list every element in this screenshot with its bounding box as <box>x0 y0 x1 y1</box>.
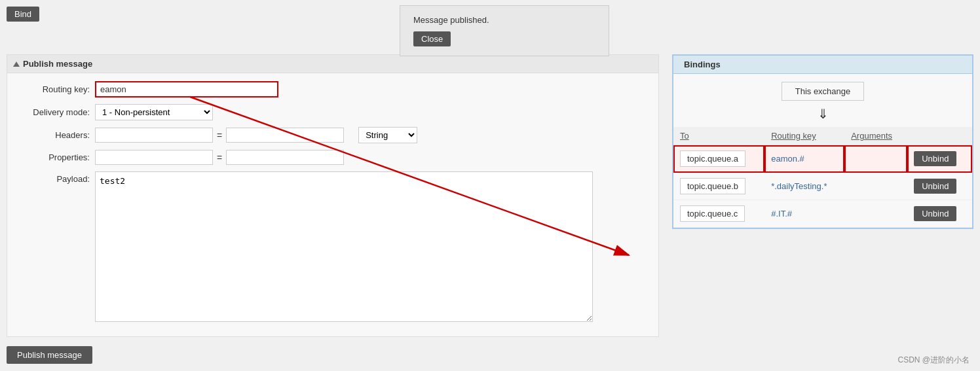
routing-key-input[interactable] <box>95 81 278 97</box>
arguments-1 <box>844 145 907 173</box>
bindings-table-header-row: To Routing key Arguments <box>673 127 972 145</box>
binding-to-2: topic.queue.b <box>673 173 764 200</box>
bindings-title: Bindings <box>684 60 721 69</box>
publish-panel: Publish message Routing key: Delivery mo… <box>7 54 659 337</box>
binding-row-3: topic.queue.c #.IT.# Unbind <box>673 200 972 228</box>
headers-value-input[interactable] <box>226 128 344 143</box>
publish-form: Routing key: Delivery mode: 1 - Non-pers… <box>7 73 658 336</box>
routing-key-1: eamon.# <box>764 145 844 173</box>
properties-label: Properties: <box>18 152 90 162</box>
bindings-table: To Routing key Arguments topic.queue.a e… <box>673 127 972 228</box>
queue-link-a[interactable]: topic.queue.a <box>680 150 745 167</box>
headers-type-select[interactable]: String Bytes Number Boolean <box>358 127 417 143</box>
headers-label: Headers: <box>18 130 90 140</box>
properties-value-input[interactable] <box>226 150 344 165</box>
headers-key-input[interactable] <box>95 128 213 143</box>
payload-row: Payload: test2 <box>18 171 648 322</box>
main-content: Publish message Routing key: Delivery mo… <box>7 54 973 337</box>
delivery-mode-row: Delivery mode: 1 - Non-persistent 2 - Pe… <box>18 104 648 120</box>
properties-inputs: = <box>95 150 344 165</box>
col-to: To <box>673 127 764 145</box>
bindings-header: Bindings <box>673 56 972 74</box>
routing-key-3: #.IT.# <box>764 200 844 228</box>
bind-button[interactable]: Bind <box>7 7 39 22</box>
arguments-3 <box>844 200 907 228</box>
routing-key-2: *.dailyTesting.* <box>764 173 844 200</box>
binding-row-2: topic.queue.b *.dailyTesting.* Unbind <box>673 173 972 200</box>
properties-key-input[interactable] <box>95 150 213 165</box>
col-actions <box>907 127 972 145</box>
col-routing-key: Routing key <box>764 127 844 145</box>
publish-panel-header: Publish message <box>7 55 658 73</box>
unbind-cell-1: Unbind <box>907 145 972 173</box>
unbind-button-1[interactable]: Unbind <box>914 151 956 166</box>
routing-key-label: Routing key: <box>18 84 90 94</box>
binding-to-3: topic.queue.c <box>673 200 764 228</box>
publish-message-button[interactable]: Publish message <box>7 346 92 364</box>
delivery-mode-select[interactable]: 1 - Non-persistent 2 - Persistent <box>95 104 213 120</box>
routing-key-row: Routing key: <box>18 81 648 97</box>
headers-equals: = <box>217 130 222 141</box>
page-wrapper: Bind Message published. Close Publish me… <box>0 0 980 371</box>
down-arrow: ⇓ <box>673 103 972 127</box>
properties-equals: = <box>217 152 222 163</box>
close-button[interactable]: Close <box>413 31 451 46</box>
arguments-2 <box>844 173 907 200</box>
collapse-icon <box>13 62 20 67</box>
this-exchange-box: This exchange <box>782 82 865 101</box>
bindings-panel: Bindings This exchange ⇓ To Routing key … <box>672 54 973 229</box>
message-published-text: Message published. <box>413 15 595 25</box>
headers-row: Headers: = String Bytes Number Boolean <box>18 127 648 143</box>
binding-to-1: topic.queue.a <box>673 145 764 173</box>
watermark: CSDN @进阶的小名 <box>897 355 970 366</box>
unbind-cell-2: Unbind <box>907 173 972 200</box>
properties-row: Properties: = <box>18 150 648 165</box>
queue-link-b[interactable]: topic.queue.b <box>680 178 745 194</box>
unbind-button-2[interactable]: Unbind <box>914 179 956 194</box>
message-published-box: Message published. Close <box>400 5 609 56</box>
payload-label: Payload: <box>18 171 90 184</box>
payload-textarea[interactable]: test2 <box>95 171 593 322</box>
binding-row-1: topic.queue.a eamon.# Unbind <box>673 145 972 173</box>
unbind-button-3[interactable]: Unbind <box>914 206 956 221</box>
headers-inputs: = String Bytes Number Boolean <box>95 127 417 143</box>
this-exchange-container: This exchange <box>673 74 972 103</box>
col-arguments: Arguments <box>844 127 907 145</box>
publish-panel-title: Publish message <box>23 59 92 69</box>
unbind-cell-3: Unbind <box>907 200 972 228</box>
delivery-mode-label: Delivery mode: <box>18 107 90 117</box>
queue-link-c[interactable]: topic.queue.c <box>680 205 745 222</box>
